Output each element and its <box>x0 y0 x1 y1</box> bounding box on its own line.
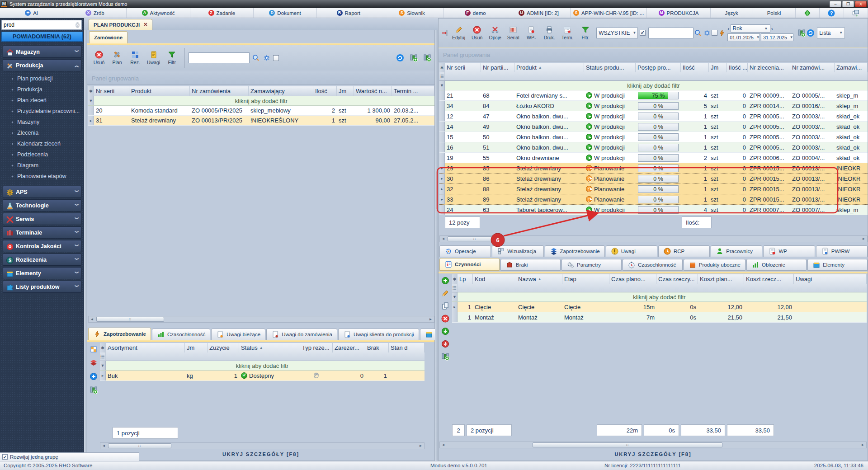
uwagi-button[interactable]: Uwagi <box>144 50 163 66</box>
column-chooser-icon[interactable] <box>100 352 106 361</box>
add-circle-icon[interactable] <box>89 372 98 381</box>
sidebar-section-terminale[interactable]: Terminale︾ <box>3 226 81 239</box>
menu-item-produkcja[interactable]: MPRODUKCJA <box>647 8 710 18</box>
collapse-panel-icon[interactable] <box>440 28 449 38</box>
sidebar-search[interactable]: ✕ <box>1 20 82 30</box>
group-panel[interactable]: Panel grupowania <box>439 48 868 61</box>
add-chart-icon-2[interactable] <box>423 53 432 62</box>
status-filter-select[interactable]: WSZYSTKIE▼ <box>596 28 638 38</box>
plan-checkbox[interactable] <box>712 30 717 36</box>
fltr--button[interactable]: Fltr. <box>576 25 594 41</box>
table-row[interactable]: 3484Łóżko AKORDW produkcji0 %5szt0ZPR 00… <box>439 101 868 111</box>
table-row[interactable]: 1651Okno balkon. dwu...W produkcji0 %1sz… <box>439 142 868 153</box>
date-to-select[interactable]: 31.12.2025▼ <box>761 33 793 41</box>
column-header[interactable]: Lp <box>458 274 473 284</box>
table-row[interactable]: ▸3288Stelaż drewnianyPlanowanie0 %1szt0Z… <box>439 184 868 194</box>
plan-filter-input[interactable] <box>648 28 693 38</box>
table-row[interactable]: ▸Bukkg1Dostępny01 <box>100 371 425 381</box>
menu-item-j-zyk[interactable]: Język <box>711 8 753 18</box>
tab-uwagi[interactable]: Uwagi <box>606 245 657 257</box>
column-header[interactable]: Stan d <box>389 343 425 352</box>
table-row[interactable]: ▸3086Stelaż drewnianyPlanowanie0 %1szt0Z… <box>439 174 868 184</box>
table-row[interactable]: 1955Okno drewnianeW produkcji0 %2szt0ZPR… <box>439 153 868 163</box>
search-input[interactable] <box>2 22 75 28</box>
add-chart-icon-4[interactable] <box>441 352 450 361</box>
sidebar-section-technologie[interactable]: Technologie︾ <box>3 199 81 212</box>
add-icon[interactable] <box>441 276 450 285</box>
switch-window-icon[interactable] <box>844 8 868 18</box>
filtr-button[interactable]: Filtr <box>163 50 181 66</box>
tab-czasochłonność[interactable]: Czasochłonność <box>623 259 683 271</box>
copy-icon[interactable] <box>441 301 450 310</box>
checkbox-checked-icon[interactable]: ✓ <box>2 454 8 460</box>
column-header[interactable]: Etap <box>562 274 609 284</box>
sidebar-item-produkcja[interactable]: Produkcja <box>0 84 84 95</box>
menu-item-demo[interactable]: Fdemo <box>444 8 507 18</box>
filter-checkbox[interactable] <box>273 55 279 61</box>
clear-search-icon[interactable]: ✕ <box>75 22 80 28</box>
column-header[interactable]: Zamawiający <box>249 86 313 96</box>
tab-pw-rw[interactable]: PW/RW <box>816 245 868 257</box>
menu-item-ai[interactable]: ✦AI <box>0 8 63 18</box>
rez--button[interactable]: Rez. <box>126 50 144 66</box>
refresh-icon[interactable] <box>806 28 815 38</box>
add-chart-icon[interactable] <box>409 53 418 62</box>
tab-uwagi-do-zamówienia[interactable]: Uwagi do zamówienia <box>266 329 337 340</box>
column-header[interactable]: Ilość <box>313 86 337 96</box>
tab-produkty-uboczne[interactable]: Produkty uboczne <box>684 259 745 271</box>
column-header[interactable]: Nazwa▲ <box>516 274 562 284</box>
search-icon[interactable] <box>693 28 703 38</box>
expand-one-group-option[interactable]: ✓ Rozwijaj jedną grupę <box>0 452 139 461</box>
column-header[interactable]: Zamawi... <box>835 63 868 72</box>
sidebar-item-planowanie-etapów[interactable]: Planowanie etapów <box>0 171 84 182</box>
tab-wp-[interactable]: WP- <box>763 245 815 257</box>
column-header[interactable]: Zarezer... <box>333 343 365 352</box>
column-chooser-icon[interactable] <box>452 284 458 292</box>
refresh-icon[interactable] <box>396 53 405 62</box>
add-chart-icon[interactable] <box>797 28 806 38</box>
view-select[interactable]: Lista▼ <box>817 28 845 38</box>
sidebar-section-listy-produktów[interactable]: Listy produktów︾ <box>3 281 81 293</box>
hide-details-button[interactable]: UKRYJ SZCZEGÓŁY [F8] <box>439 451 868 457</box>
table-row[interactable]: 1MontażMontażMontaż7m0s21,5021,50 <box>452 312 867 323</box>
column-header[interactable]: Nr partii... <box>481 63 514 72</box>
menu-item-s-ownik[interactable]: SSłownik <box>380 8 443 18</box>
column-header[interactable]: Ilość ... <box>727 63 748 72</box>
menu-item-zr-b[interactable]: XZrób <box>63 8 127 18</box>
column-header[interactable]: Produkt <box>129 86 190 96</box>
column-header[interactable]: Nr zamówi... <box>790 63 835 72</box>
table-row[interactable]: ▸1CięcieCięcieCięcie15m0s12,0012,00 <box>452 302 867 312</box>
tab-zapotrzebowanie[interactable]: Zapotrzebowanie <box>88 328 151 340</box>
diamond-icon[interactable] <box>796 8 820 18</box>
move-down-red-icon[interactable] <box>441 339 450 348</box>
tab-parametry[interactable]: Parametry <box>561 259 622 271</box>
status-filter-checkbox[interactable]: ✓ <box>640 30 646 36</box>
sidebar-item-przydzielanie-pracowni-[interactable]: Przydzielanie pracowni... <box>0 106 84 117</box>
table-row[interactable]: ▸31Stelaż drewnianyZO 00013/PR/2025!NIEO… <box>88 116 434 126</box>
column-header[interactable]: Nr zlecenia... <box>748 63 790 72</box>
column-header[interactable]: Zużycie <box>208 343 239 352</box>
column-header[interactable]: Koszt plan... <box>698 274 744 284</box>
sidebar-item-maszyny[interactable]: Maszyny <box>0 117 84 127</box>
lightning-icon[interactable] <box>717 28 726 38</box>
move-down-green-icon[interactable] <box>441 327 450 336</box>
column-chooser-icon[interactable] <box>439 72 445 80</box>
table-row[interactable]: ▸3389Stelaż drewnianyPlanowanie0 %1szt0Z… <box>439 194 868 205</box>
tab-operacje[interactable]: Operacje <box>439 245 491 257</box>
serial-button[interactable]: Serial <box>504 25 522 41</box>
tab-rcp[interactable]: RCP <box>658 245 710 257</box>
date-from-select[interactable]: 01.01.2025▼ <box>727 33 760 41</box>
opcje-button[interactable]: Opcje <box>486 25 504 41</box>
sidebar-item-podzlecenia[interactable]: Podzlecenia <box>0 149 84 160</box>
table-row[interactable]: 1247Okno balkon. dwu...W produkcji0 %1sz… <box>439 111 868 122</box>
demand-hscrollbar[interactable]: ◄⁞⁞► <box>100 442 425 449</box>
sidebar-item-kalendarz-zleceń[interactable]: Kalendarz zleceń <box>0 138 84 149</box>
tab-uwagi-klienta-do-produkcji[interactable]: Uwagi klienta do produkcji <box>338 329 419 340</box>
column-header[interactable]: Nr serii <box>94 86 129 96</box>
panel-splitter[interactable] <box>435 30 438 461</box>
sidebar-section-aps[interactable]: APS︾ <box>3 186 81 198</box>
table-row[interactable]: ▸2985Stelaż drewnianyPlanowanie0 %1szt0Z… <box>439 163 868 174</box>
period-select[interactable]: Rok▼ <box>731 24 770 33</box>
prev-period-icon[interactable]: ‹ <box>727 25 729 32</box>
activity-hscrollbar[interactable]: ◄⁞⁞► <box>439 442 867 448</box>
